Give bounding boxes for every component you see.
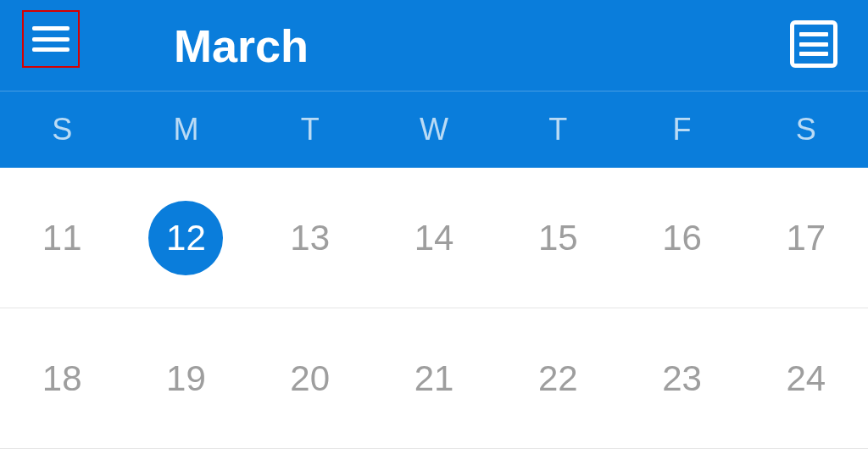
list-icon	[799, 32, 828, 56]
week-row: 11 12 13 14 15 16 17	[0, 168, 868, 308]
day-cell[interactable]: 14	[372, 168, 496, 308]
day-cell[interactable]: 24	[744, 308, 868, 448]
weekday-label: S	[0, 91, 124, 168]
day-number: 23	[662, 358, 702, 399]
day-cell[interactable]: 19	[124, 308, 248, 448]
day-number: 14	[415, 218, 454, 258]
day-cell[interactable]: 22	[496, 308, 620, 448]
weekday-label: W	[372, 91, 496, 168]
day-cell[interactable]: 16	[620, 168, 743, 308]
day-cell[interactable]: 17	[744, 168, 868, 308]
agenda-view-button[interactable]	[790, 20, 837, 68]
day-number: 21	[415, 358, 454, 399]
day-number: 19	[166, 358, 206, 399]
day-cell[interactable]: 18	[0, 308, 124, 448]
day-cell[interactable]: 20	[248, 308, 372, 448]
app-header: March	[0, 0, 868, 91]
day-cell[interactable]: 13	[248, 168, 372, 308]
day-number: 11	[42, 218, 82, 258]
day-number: 18	[42, 358, 82, 399]
weekday-header-row: S M T W T F S	[0, 91, 868, 168]
month-title: March	[174, 19, 309, 72]
day-cell[interactable]: 21	[372, 308, 496, 448]
menu-button[interactable]	[22, 10, 80, 68]
day-cell[interactable]: 23	[620, 308, 743, 448]
weekday-label: T	[248, 91, 372, 168]
hamburger-icon	[32, 26, 70, 52]
day-cell[interactable]: 15	[496, 168, 620, 308]
weekday-label: M	[124, 91, 248, 168]
day-number: 22	[538, 358, 578, 399]
day-number: 12	[166, 218, 206, 258]
weekday-label: S	[744, 91, 868, 168]
weekday-label: F	[620, 91, 743, 168]
week-row: 18 19 20 21 22 23 24	[0, 308, 868, 449]
day-cell-selected[interactable]: 12	[124, 168, 248, 308]
day-cell[interactable]: 11	[0, 168, 124, 308]
day-number: 16	[662, 218, 702, 258]
day-number: 15	[538, 218, 578, 258]
selected-day-indicator: 12	[148, 201, 223, 275]
day-number: 20	[290, 358, 330, 399]
day-number: 24	[786, 358, 826, 399]
day-number: 13	[290, 218, 330, 258]
weekday-label: T	[496, 91, 620, 168]
day-number: 17	[786, 218, 826, 258]
